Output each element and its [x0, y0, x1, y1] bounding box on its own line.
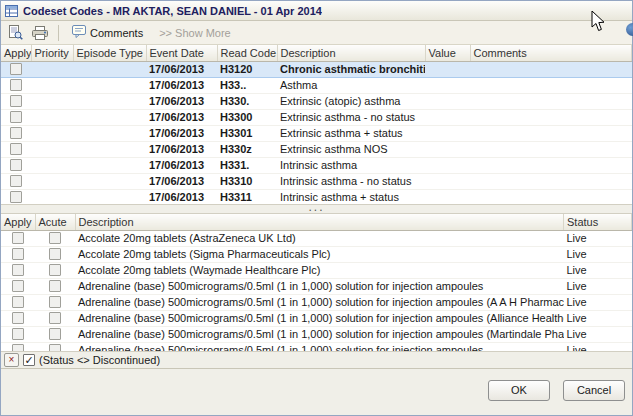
col-header-episode-type[interactable]: Episode Type: [73, 45, 146, 61]
status-cell: Live: [564, 278, 632, 294]
table-row[interactable]: 17/06/2013 H3120 Chronic asthmatic bronc…: [1, 61, 632, 77]
table-row[interactable]: Adrenaline (base) 500micrograms/0.5ml (1…: [1, 326, 632, 342]
apply-checkbox[interactable]: [10, 95, 22, 107]
read-code-cell: H331.: [217, 157, 277, 173]
acute-checkbox[interactable]: [49, 232, 61, 244]
acute-checkbox[interactable]: [49, 312, 61, 324]
ok-button[interactable]: OK: [488, 380, 550, 401]
description-cell: Adrenaline (base) 500micrograms/0.5ml (1…: [75, 342, 564, 352]
status-cell: Live: [564, 326, 632, 342]
event-date-cell: 17/06/2013: [146, 157, 217, 173]
apply-checkbox[interactable]: [12, 296, 24, 308]
table-row[interactable]: Adrenaline (base) 500micrograms/0.5ml (1…: [1, 294, 632, 310]
apply-checkbox[interactable]: [10, 191, 22, 203]
show-more-link[interactable]: >> Show More: [159, 27, 231, 39]
table-row[interactable]: Adrenaline (base) 500micrograms/0.5ml (1…: [1, 278, 632, 294]
event-date-cell: 17/06/2013: [146, 189, 217, 205]
apply-checkbox[interactable]: [10, 175, 22, 187]
acute-checkbox[interactable]: [49, 296, 61, 308]
comments-icon: [72, 25, 86, 40]
col-header-priority[interactable]: Priority: [31, 45, 73, 61]
description-cell: Adrenaline (base) 500micrograms/0.5ml (1…: [75, 278, 564, 294]
read-code-cell: H3301: [217, 125, 277, 141]
apply-checkbox[interactable]: [10, 79, 22, 91]
clear-filter-button[interactable]: ×: [4, 353, 19, 367]
acute-checkbox[interactable]: [49, 344, 61, 352]
apply-checkbox[interactable]: [10, 63, 22, 75]
status-cell: Live: [564, 342, 632, 352]
print-icon[interactable]: [30, 23, 50, 42]
description-cell: Accolate 20mg tablets (AstraZeneca UK Lt…: [75, 230, 564, 246]
col-header-description[interactable]: Description: [75, 214, 564, 230]
description-cell: Intrinsic asthma: [277, 157, 425, 173]
acute-checkbox[interactable]: [49, 280, 61, 292]
table-row[interactable]: 17/06/2013 H3300 Extrinsic asthma - no s…: [1, 109, 632, 125]
comments-label: Comments: [90, 27, 143, 39]
codes-header-row: Apply Priority Episode Type Event Date R…: [1, 45, 632, 61]
table-row[interactable]: Adrenaline (base) 500micrograms/0.5ml (1…: [1, 310, 632, 326]
table-row[interactable]: Accolate 20mg tablets (Waymade Healthcar…: [1, 262, 632, 278]
col-header-apply[interactable]: Apply: [1, 214, 35, 230]
event-date-cell: 17/06/2013: [146, 141, 217, 157]
table-row[interactable]: 17/06/2013 H3301 Extrinsic asthma + stat…: [1, 125, 632, 141]
splitter-handle[interactable]: ...: [1, 205, 632, 214]
apply-checkbox[interactable]: [10, 143, 22, 155]
status-cell: Live: [564, 294, 632, 310]
table-row[interactable]: 17/06/2013 H330. Extrinsic (atopic) asth…: [1, 93, 632, 109]
dialog-footer: OK Cancel: [1, 369, 632, 415]
apply-checkbox[interactable]: [12, 328, 24, 340]
apply-checkbox[interactable]: [12, 344, 24, 352]
window-grid-icon: [5, 5, 18, 17]
col-header-description[interactable]: Description: [277, 45, 425, 61]
event-date-cell: 17/06/2013: [146, 93, 217, 109]
filter-expression: (Status <> Discontinued): [39, 354, 160, 366]
col-header-read-code[interactable]: Read Code: [217, 45, 277, 61]
table-row[interactable]: 17/06/2013 H330z Extrinsic asthma NOS: [1, 141, 632, 157]
status-cell: Live: [564, 262, 632, 278]
col-header-event-date[interactable]: Event Date: [146, 45, 217, 61]
acute-checkbox[interactable]: [49, 264, 61, 276]
col-header-comments[interactable]: Comments: [470, 45, 632, 61]
apply-checkbox[interactable]: [12, 232, 24, 244]
comments-button[interactable]: Comments: [67, 23, 148, 42]
description-cell: Intrinsic asthma + status: [277, 189, 425, 205]
read-code-cell: H3310: [217, 173, 277, 189]
event-date-cell: 17/06/2013: [146, 77, 217, 93]
apply-checkbox[interactable]: [12, 264, 24, 276]
apply-checkbox[interactable]: [10, 127, 22, 139]
table-row[interactable]: 17/06/2013 H331. Intrinsic asthma: [1, 157, 632, 173]
apply-checkbox[interactable]: [12, 248, 24, 260]
filter-checkbox[interactable]: ✓: [23, 354, 35, 366]
apply-checkbox[interactable]: [10, 159, 22, 171]
apply-checkbox[interactable]: [10, 111, 22, 123]
description-cell: Chronic asthmatic bronchitis: [277, 61, 425, 77]
table-row[interactable]: Accolate 20mg tablets (AstraZeneca UK Lt…: [1, 230, 632, 246]
col-header-apply[interactable]: Apply: [1, 45, 31, 61]
table-row[interactable]: Adrenaline (base) 500micrograms/0.5ml (1…: [1, 342, 632, 352]
table-row[interactable]: 17/06/2013 H3310 Intrinsic asthma - no s…: [1, 173, 632, 189]
table-row[interactable]: Accolate 20mg tablets (Sigma Pharmaceuti…: [1, 246, 632, 262]
status-cell: Live: [564, 246, 632, 262]
status-cell: Live: [564, 230, 632, 246]
status-cell: Live: [564, 310, 632, 326]
codes-grid: Apply Priority Episode Type Event Date R…: [1, 45, 632, 205]
table-row[interactable]: 17/06/2013 H33.. Asthma: [1, 77, 632, 93]
cancel-button[interactable]: Cancel: [563, 380, 625, 401]
col-header-status[interactable]: Status: [564, 214, 632, 230]
description-cell: Adrenaline (base) 500micrograms/0.5ml (1…: [75, 326, 564, 342]
preview-icon[interactable]: [5, 23, 25, 42]
apply-checkbox[interactable]: [12, 312, 24, 324]
description-cell: Extrinsic asthma + status: [277, 125, 425, 141]
description-cell: Accolate 20mg tablets (Waymade Healthcar…: [75, 262, 564, 278]
col-header-acute[interactable]: Acute: [35, 214, 75, 230]
acute-checkbox[interactable]: [49, 248, 61, 260]
apply-checkbox[interactable]: [12, 280, 24, 292]
event-date-cell: 17/06/2013: [146, 109, 217, 125]
col-header-value[interactable]: Value: [425, 45, 470, 61]
acute-checkbox[interactable]: [49, 328, 61, 340]
read-code-cell: H3120: [217, 61, 277, 77]
filter-bar: × ✓ (Status <> Discontinued): [1, 352, 632, 369]
description-cell: Intrinsic asthma - no status: [277, 173, 425, 189]
read-code-cell: H33..: [217, 77, 277, 93]
event-date-cell: 17/06/2013: [146, 61, 217, 77]
